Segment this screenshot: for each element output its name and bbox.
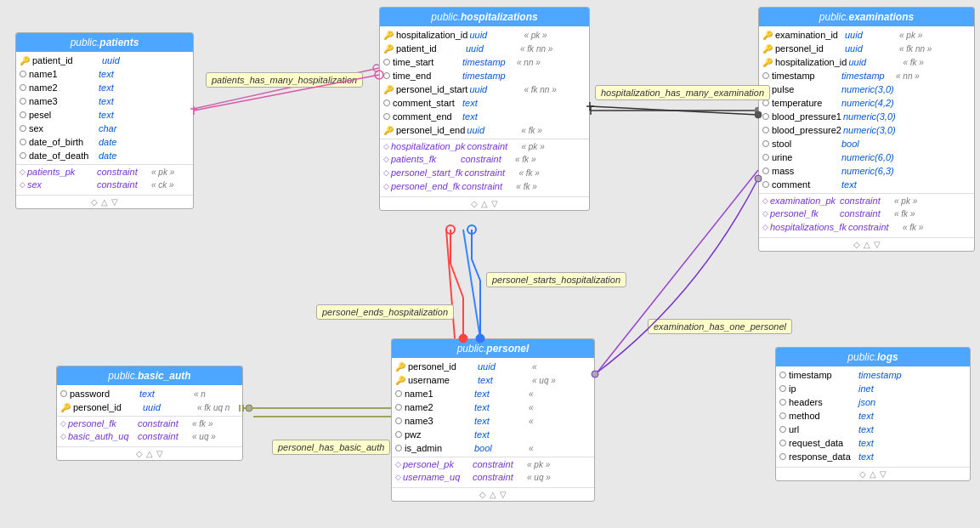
row-name2-p: name2 text « (392, 400, 594, 414)
down-icon[interactable]: ▽ (874, 240, 881, 249)
row-response-data: response_data text (776, 450, 970, 463)
row-dob: date_of_birth date (16, 135, 193, 149)
row-comment-start: comment_start text (380, 96, 589, 110)
table-examinations-body: 🔑 examination_id uuid « pk » 🔑 personel_… (759, 26, 974, 236)
table-basic-auth: public.basic_auth password text « n 🔑 pe… (56, 366, 243, 461)
fk-icon: 🔑 (60, 402, 71, 412)
table-patients-header[interactable]: public.patients (16, 33, 193, 52)
down-icon[interactable]: ▽ (491, 199, 498, 208)
row-ip: ip inet (776, 382, 970, 395)
row-personel-id-end: 🔑 personel_id_end uuid « fk » (380, 123, 589, 137)
table-examinations: public.examinations 🔑 examination_id uui… (758, 7, 975, 252)
row-ts-exam: timestamp timestamp « nn » (759, 69, 974, 82)
up-icon[interactable]: △ (481, 199, 488, 208)
up-icon[interactable]: △ (864, 240, 870, 249)
table-personel-body: 🔑 personel_id uuid « 🔑 username text « u… (392, 358, 594, 485)
down-icon[interactable]: ▽ (500, 490, 507, 499)
table-hospitalizations-body: 🔑 hospitalization_id uuid « pk » 🔑 patie… (380, 26, 589, 195)
circle-icon (779, 426, 786, 433)
circle-icon (779, 440, 786, 446)
row-patients-pk: ◇ patients_pk constraint « pk » (16, 164, 193, 178)
circle-icon (762, 167, 769, 174)
svg-point-31 (246, 405, 252, 412)
diamond-icon[interactable]: ◇ (859, 469, 866, 479)
circle-icon (383, 59, 390, 65)
row-pulse: pulse numeric(3,0) (759, 82, 974, 96)
fk-icon: 🔑 (383, 43, 394, 54)
row-personel-id-exam: 🔑 personel_id uuid « fk nn » (759, 42, 974, 55)
row-headers: headers json (776, 395, 970, 409)
row-personel-start-fk: ◇ personel_start_fk constraint « fk » (380, 166, 589, 179)
row-personel-id-start: 🔑 personel_id_start uuid « fk nn » (380, 82, 589, 96)
label-patients-hospitalization: patients_has_many_hospitalization (206, 72, 363, 88)
row-method: method text (776, 409, 970, 423)
circle-icon (383, 113, 390, 120)
circle-icon (779, 399, 786, 406)
table-hospitalizations-footer: ◇ △ ▽ (380, 196, 589, 210)
circle-icon (779, 412, 786, 419)
row-time-start: time_start timestamp « nn » (380, 55, 589, 69)
row-exam-id: 🔑 examination_id uuid « pk » (759, 28, 974, 42)
row-is-admin: is_admin bool « (392, 441, 594, 455)
table-personel: public.personel 🔑 personel_id uuid « 🔑 u… (391, 338, 595, 502)
table-logs-body: timestamp timestamp ip inet headers json… (776, 366, 970, 465)
row-patients-fk: ◇ patients_fk constraint « fk » (380, 152, 589, 166)
circle-icon (762, 113, 769, 120)
table-patients-footer: ◇ △ ▽ (16, 195, 193, 208)
table-hospitalizations: public.hospitalizations 🔑 hospitalizatio… (379, 7, 590, 211)
svg-line-3 (446, 230, 455, 338)
diamond-icon[interactable]: ◇ (853, 240, 860, 249)
diamond-icon[interactable]: ◇ (471, 199, 478, 208)
circle-icon (383, 99, 390, 106)
diamond-icon[interactable]: ◇ (136, 449, 143, 458)
row-temperature: temperature numeric(4,2) (759, 96, 974, 110)
row-basic-auth-uq: ◇ basic_auth_uq constraint « uq » (57, 429, 242, 443)
row-username-uq: ◇ username_uq constraint « uq » (392, 470, 594, 484)
circle-icon (779, 372, 786, 378)
pk-icon: 🔑 (762, 30, 773, 40)
row-mass: mass numeric(6,3) (759, 164, 974, 178)
down-icon[interactable]: ▽ (111, 197, 118, 207)
circle-icon (20, 139, 26, 145)
table-examinations-header[interactable]: public.examinations (759, 8, 974, 26)
table-logs: public.logs timestamp timestamp ip inet … (775, 347, 971, 481)
down-icon[interactable]: ▽ (880, 469, 887, 479)
diamond-icon[interactable]: ◇ (91, 197, 98, 207)
table-hospitalizations-header[interactable]: public.hospitalizations (380, 8, 589, 26)
row-request-data: request_data text (776, 436, 970, 450)
table-basic-auth-header[interactable]: public.basic_auth (57, 366, 242, 385)
table-examinations-footer: ◇ △ ▽ (759, 237, 974, 251)
table-basic-auth-footer: ◇ △ ▽ (57, 446, 242, 460)
row-personel-fk-ba: ◇ personel_fk constraint « fk » (57, 416, 242, 429)
row-sex-ck: ◇ sex constraint « ck » (16, 178, 193, 191)
table-logs-header[interactable]: public.logs (776, 348, 970, 366)
row-time-end: time_end timestamp (380, 69, 589, 82)
table-personel-header[interactable]: public.personel (392, 339, 594, 358)
row-pesel: pesel text (16, 108, 193, 122)
circle-icon (383, 72, 390, 79)
row-hospitalization-id: 🔑 hospitalization_id uuid « pk » (380, 28, 589, 42)
row-name2: name2 text (16, 81, 193, 94)
row-name1: name1 text (16, 67, 193, 81)
label-personel-starts: personel_starts_hospitalization (486, 272, 626, 287)
row-ts-log: timestamp timestamp (776, 368, 970, 382)
up-icon[interactable]: △ (490, 490, 496, 499)
svg-point-23 (467, 225, 476, 234)
down-icon[interactable]: ▽ (156, 449, 163, 458)
diamond-icon[interactable]: ◇ (479, 490, 486, 499)
row-exam-pk: ◇ examination_pk constraint « pk » (759, 193, 974, 207)
row-name1-p: name1 text « (392, 387, 594, 400)
circle-icon (762, 181, 769, 188)
up-icon[interactable]: △ (146, 449, 153, 458)
row-personel-pk: ◇ personel_pk constraint « pk » (392, 457, 594, 470)
label-personel-ends: personel_ends_hospitalization (316, 304, 454, 320)
table-patients-body: 🔑 patient_id uuid name1 text name2 text … (16, 52, 193, 193)
row-dod: date_of_death date (16, 149, 193, 162)
row-personel-fk-exam: ◇ personel_fk constraint « fk » (759, 207, 974, 220)
row-hosp-fk-exam: ◇ hospitalizations_fk constraint « fk » (759, 220, 974, 234)
table-basic-auth-body: password text « n 🔑 personel_id uuid « f… (57, 385, 242, 445)
circle-icon (60, 390, 67, 397)
up-icon[interactable]: △ (101, 197, 108, 207)
up-icon[interactable]: △ (870, 469, 876, 479)
row-patient-id: 🔑 patient_id uuid (16, 54, 193, 67)
